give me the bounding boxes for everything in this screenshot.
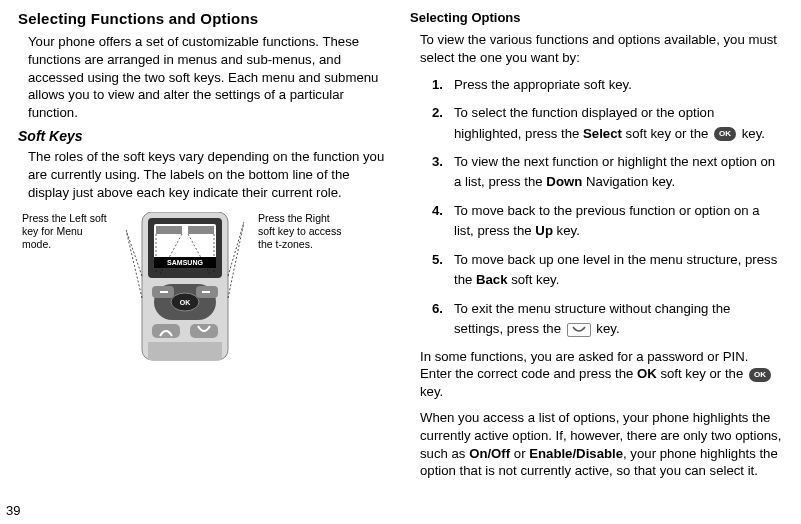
text-segment: key. xyxy=(593,321,620,336)
text-segment: key. xyxy=(553,223,580,238)
list-text: Press the appropriate soft key. xyxy=(454,75,783,95)
list-item: 2. To select the function displayed or t… xyxy=(432,103,783,144)
text-segment: or xyxy=(510,446,529,461)
end-key-icon xyxy=(567,323,591,337)
text-segment: soft key or the xyxy=(622,126,712,141)
softkeys-paragraph: The roles of the soft keys vary dependin… xyxy=(28,148,386,201)
text-segment: Navigation key. xyxy=(582,174,675,189)
bold-segment: Select xyxy=(583,126,622,141)
list-text: To exit the menu structure without chang… xyxy=(454,299,783,340)
list-item: 6. To exit the menu structure without ch… xyxy=(432,299,783,340)
svg-rect-6 xyxy=(188,226,214,234)
text-segment: soft key. xyxy=(508,272,560,287)
closing-paragraph-2: When you access a list of options, your … xyxy=(420,409,783,480)
bold-segment: Down xyxy=(546,174,582,189)
svg-rect-16 xyxy=(148,342,222,360)
bold-segment: OK xyxy=(637,366,657,381)
ok-icon: OK xyxy=(749,368,771,382)
sub-heading-softkeys: Soft Keys xyxy=(18,128,386,144)
list-item: 5. To move back up one level in the menu… xyxy=(432,250,783,291)
caption-left: Press the Left soft key for Menu mode. xyxy=(22,212,112,251)
list-number: 3. xyxy=(432,152,454,193)
closing-paragraph-1: In some functions, you are asked for a p… xyxy=(420,348,783,401)
text-segment: soft key or the xyxy=(657,366,747,381)
list-text: To select the function displayed or the … xyxy=(454,103,783,144)
list-text: To move back to the previous function or… xyxy=(454,201,783,242)
svg-rect-5 xyxy=(156,226,182,234)
intro-paragraph: Your phone offers a set of customizable … xyxy=(28,33,386,122)
list-number: 5. xyxy=(432,250,454,291)
phone-icon: SAMSUNG OK xyxy=(126,212,244,362)
text-segment: To move back to the previous function or… xyxy=(454,203,760,238)
heading-selecting-options: Selecting Options xyxy=(410,10,783,25)
main-heading: Selecting Functions and Options xyxy=(18,10,386,27)
page-number: 39 xyxy=(6,503,20,518)
phone-illustration: SAMSUNG OK xyxy=(120,212,250,362)
text-segment: key. xyxy=(420,384,443,399)
list-item: 3. To view the next function or highligh… xyxy=(432,152,783,193)
phone-diagram: Press the Left soft key for Menu mode. S… xyxy=(18,212,386,362)
ok-icon: OK xyxy=(714,127,736,141)
options-intro: To view the various functions and option… xyxy=(420,31,783,67)
list-number: 1. xyxy=(432,75,454,95)
list-number: 4. xyxy=(432,201,454,242)
list-text: To view the next function or highlight t… xyxy=(454,152,783,193)
bold-segment: On/Off xyxy=(469,446,510,461)
bold-segment: Up xyxy=(535,223,553,238)
list-number: 6. xyxy=(432,299,454,340)
svg-text:OK: OK xyxy=(180,299,191,306)
svg-text:SAMSUNG: SAMSUNG xyxy=(167,259,203,266)
list-number: 2. xyxy=(432,103,454,144)
list-item: 4. To move back to the previous function… xyxy=(432,201,783,242)
bold-segment: Enable/Disable xyxy=(529,446,623,461)
text-segment: key. xyxy=(738,126,765,141)
bold-segment: Back xyxy=(476,272,508,287)
list-item: 1. Press the appropriate soft key. xyxy=(432,75,783,95)
caption-right: Press the Right soft key to access the t… xyxy=(258,212,348,251)
list-text: To move back up one level in the menu st… xyxy=(454,250,783,291)
